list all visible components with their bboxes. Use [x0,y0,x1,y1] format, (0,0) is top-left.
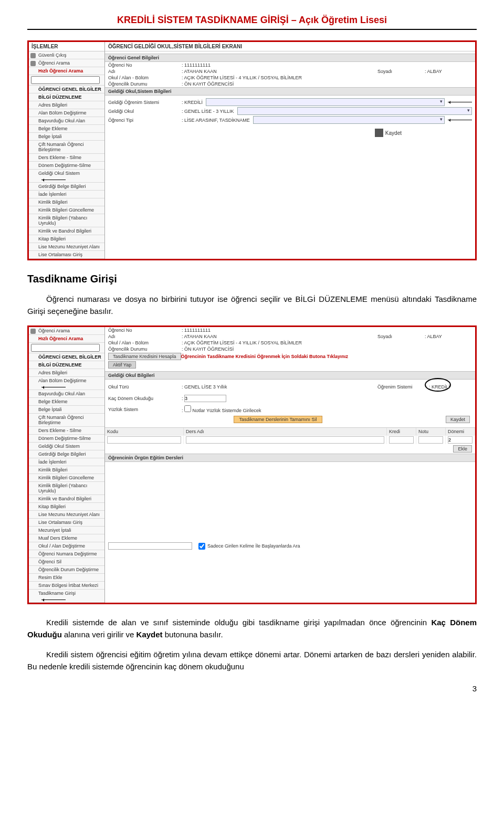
sidebar-item[interactable]: İade İşlemleri [29,458,104,466]
sidebar-item[interactable]: Kimlik ve Bandrol Bilgileri [29,227,104,235]
edu-system-label: Öğrenim Sistemi [377,384,425,390]
hundred-system-check-label: Notlar Yüzlük Sistemde Girilecek [193,408,261,413]
sidebar-item[interactable]: Kimlik Bilgileri Güncelleme [29,206,104,214]
name-value: : ATAHAN KAAN [182,334,377,339]
sidebar-item[interactable]: Sınav Bölgesi İrtibat Merkezi [29,582,104,590]
add-button[interactable]: Ekle [453,445,472,453]
page-header: KREDİLİ SİSTEM TASDİKNAME GİRİŞİ – Açık … [27,15,477,30]
sidebar-item[interactable]: Adres Bilgileri [29,101,104,109]
sidebar-item[interactable]: Kitap Bilgileri [29,503,104,511]
hundred-system-checkbox[interactable] [184,405,191,412]
surname-value: : ALBAY [425,69,472,74]
starts-with-checkbox[interactable] [198,543,205,550]
sidebar-item[interactable]: Öğrencilik Durum Değiştirme [29,566,104,574]
sidebar-item[interactable]: Belge Ekleme [29,125,104,133]
sidebar-item[interactable]: Çift Numaralı Öğrenci Birleştirme [29,141,104,154]
terms-studied-input[interactable] [184,395,226,402]
sidebar-item[interactable]: Ders Ekleme - Silme [29,154,104,162]
course-table-row [105,435,475,444]
delete-all-courses-button[interactable]: Tasdikname Derslerinin Tamamını Sil [234,416,323,423]
search-bar: Sadece Girilen Kelime İle Başlayanlarda … [105,541,475,551]
sidebar-item[interactable]: Kimlik Bilgileri (Yabancı Uyruklu) [29,482,104,495]
sidebar-item[interactable]: Geldiği Okul Sistem [29,170,104,183]
sidebar-item[interactable]: Kimlik ve Bandrol Bilgileri [29,495,104,503]
sidebar-item[interactable]: Adres Bilgileri [29,369,104,377]
section-prev-school: Geldiği Okul Bilgileri [105,371,475,380]
credit-input[interactable] [389,436,414,444]
code-input[interactable] [107,436,181,444]
safe-exit-link[interactable]: Güvenli Çıkış [29,51,104,59]
screenshot-1: İŞLEMLER Güvenli Çıkış Öğrenci Arama Hız… [27,40,477,260]
sidebar-item[interactable]: Alan Bölüm Değiştirme [29,377,104,390]
search-input[interactable] [108,542,192,550]
sidebar-item[interactable]: Kimlik Bilgileri (Yabancı Uyruklu) [29,214,104,227]
sidebar-item[interactable]: Tasdikname Girişi [29,590,104,603]
quick-search-input[interactable] [31,76,100,84]
sidebar-item[interactable]: Dönem Değiştirme-Silme [29,435,104,443]
hundred-system-label: Yüzlük Sistem [108,407,182,412]
sidebar-item[interactable]: Çift Numaralı Öğrenci Birleştirme [29,414,104,427]
save-button[interactable]: Kaydet [446,416,470,423]
main-panel: ÖĞRENCİ GELDİĞİ OKUL,SİSTEM BİLGİLERİ EK… [105,42,475,259]
doc-heading: Tasdikname Girişi [27,273,477,285]
sidebar-item[interactable]: Öğrenci Numara Değiştirme [29,550,104,558]
menu-group-general[interactable]: ÖĞRENCİ GENEL BİLGİLER [29,86,104,93]
sidebar-item[interactable]: Öğrenci Sil [29,558,104,566]
sidebar-item[interactable]: Ders Ekleme - Silme [29,427,104,435]
grade-input[interactable] [418,436,443,444]
sidebar-item[interactable]: Getirdiği Belge Bilgileri [29,450,104,458]
sidebar: Öğrenci Arama Hızlı Öğrenci Arama ÖĞRENC… [29,327,105,603]
menu-group-general[interactable]: ÖĞRENCİ GENEL BİLGİLER [29,353,104,361]
term-input[interactable] [448,436,472,444]
menu-group-edit[interactable]: BİLGİ DÜZENLEME [29,361,104,369]
sidebar-item[interactable]: Kitap Bilgileri [29,235,104,243]
quick-search-label: Hızlı Öğrenci Arama [29,67,104,75]
save-button[interactable]: Kaydet [385,130,402,136]
course-input[interactable] [186,436,384,444]
quick-search-input[interactable] [31,344,100,352]
sidebar-item[interactable]: Lise Mezunu Mezuniyet Alanı [29,511,104,519]
sidebar-item[interactable]: Dönem Değiştirme-Silme [29,162,104,170]
sidebar-item[interactable]: Lise Ortalaması Giriş [29,519,104,527]
prev-system-label: Geldiği Öğrenim Sistemi [108,100,182,105]
sidebar-item[interactable]: Başvurduğu Okul Alan [29,390,104,398]
doc-paragraph-1: Öğrenci numarası ve dosya no birbirini t… [27,293,477,317]
sidebar-item[interactable]: Resim Ekle [29,574,104,582]
student-no-value: : 1111111111 [182,62,472,68]
sidebar-item[interactable]: Başvurduğu Okul Alan [29,117,104,125]
activate-button[interactable]: Aktif Yap [108,361,136,369]
sidebar-item[interactable]: Muaf Ders Ekleme [29,534,104,542]
starts-with-label: Sadece Girilen Kelime İle Başlayanlarda … [207,543,300,549]
student-type-label: Öğrenci Tipi [108,118,182,123]
sidebar-item[interactable]: Belge İptali [29,133,104,141]
sidebar-item[interactable]: Lise Mezunu Mezuniyet Alanı [29,243,104,251]
annotation-arrow-icon [41,180,66,180]
col-credit: Kredi [387,428,416,435]
sidebar-item[interactable]: İade İşlemleri [29,191,104,198]
annotation-arrow-icon [41,600,66,600]
sidebar-item[interactable]: Belge Ekleme [29,398,104,406]
section-previous-school: Geldiği Okul,Sistem Bilgileri [105,87,475,96]
student-search-link[interactable]: Öğrenci Arama [29,59,104,67]
prev-system-select[interactable] [206,98,445,106]
student-type-select[interactable] [253,116,445,124]
student-search-link[interactable]: Öğrenci Arama [29,327,104,335]
annotation-arrow-icon [448,120,472,120]
sidebar-item-label: Alan Bölüm Değiştirme [38,378,87,383]
sidebar-item[interactable]: Getirdiği Belge Bilgileri [29,183,104,191]
sidebar-item[interactable]: Okul / Alan Değiştirme [29,542,104,550]
sidebar-item[interactable]: Lise Ortalaması Giriş [29,251,104,259]
sidebar-item[interactable]: Mezuniyet İptali [29,527,104,534]
school-type-label: Okul Türü [108,384,182,390]
sidebar-item[interactable]: Belge İptali [29,406,104,414]
sidebar-item[interactable]: Geldiği Okul Sistem [29,443,104,450]
student-no-label: Öğrenci No [108,62,182,68]
sidebar-item[interactable]: Kimlik Bilgileri [29,198,104,206]
main-panel: Öğrenci No: 1111111111 Adı : ATAHAN KAAN… [105,327,475,603]
calc-credit-button[interactable]: Tasdikname Kredisini Hesapla [108,353,181,360]
sidebar-item[interactable]: Kimlik Bilgileri [29,466,104,474]
sidebar-item[interactable]: Alan Bölüm Değiştirme [29,109,104,117]
sidebar-item[interactable]: Kimlik Bilgileri Güncelleme [29,474,104,482]
prev-school-select[interactable] [237,107,472,115]
menu-group-edit[interactable]: BİLGİ DÜZENLEME [29,93,104,101]
